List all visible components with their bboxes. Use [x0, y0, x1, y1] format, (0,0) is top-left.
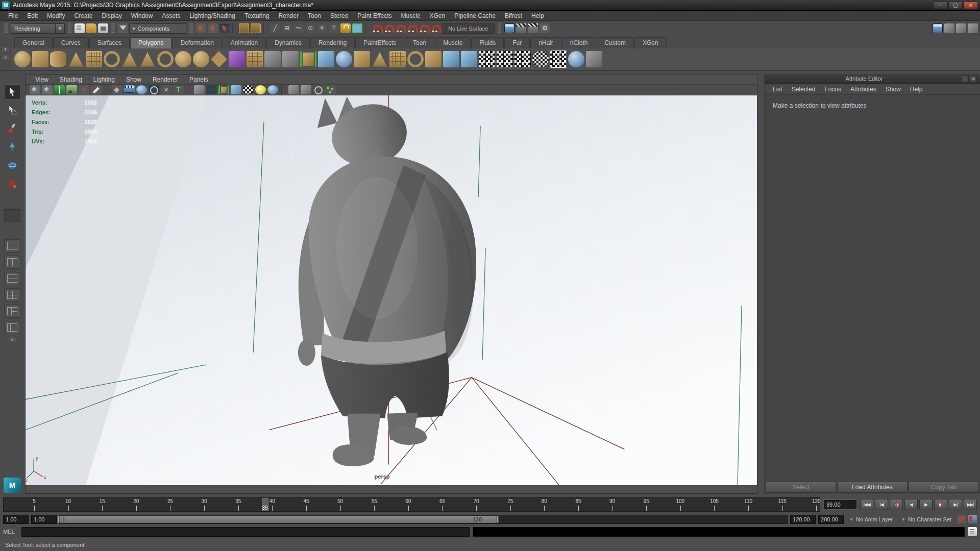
- xray-icon[interactable]: [301, 85, 311, 94]
- shelf-tab-custom[interactable]: Custom: [597, 37, 634, 48]
- film-gate-icon[interactable]: [112, 85, 122, 94]
- lines-mask-icon[interactable]: ╱: [270, 23, 280, 33]
- polygon-pyramid-icon[interactable]: [139, 51, 156, 67]
- select-by-component-icon[interactable]: [219, 23, 230, 33]
- faces-component-toggle[interactable]: [251, 23, 261, 33]
- polygon-sphere-icon[interactable]: [14, 51, 31, 67]
- highlight-selection-icon[interactable]: [352, 23, 362, 33]
- menu-bifrost[interactable]: Bifrost: [501, 11, 526, 20]
- 3d-scene[interactable]: persp y x z: [26, 95, 757, 485]
- reduce-icon[interactable]: [354, 51, 370, 67]
- time-slider-track[interactable]: 39 5101520253035404550556065707580859095…: [3, 497, 820, 512]
- copy-tab-button[interactable]: Copy Tab: [909, 482, 979, 493]
- polygon-prism-icon[interactable]: [121, 51, 138, 67]
- group-grip[interactable]: [68, 23, 71, 34]
- polygon-platonic-icon[interactable]: [211, 51, 227, 67]
- polygon-cone-icon[interactable]: [68, 51, 84, 67]
- go-to-start-button[interactable]: |◀◀: [860, 499, 873, 510]
- menu-file[interactable]: File: [4, 11, 22, 20]
- safe-title-icon[interactable]: [173, 85, 184, 94]
- shelf-item-menu-icon[interactable]: ▾: [2, 55, 9, 60]
- paint-selection-tool[interactable]: [4, 121, 20, 136]
- textured-icon[interactable]: [218, 85, 229, 94]
- select-tool[interactable]: [4, 84, 20, 99]
- gate-mask-icon[interactable]: [136, 85, 147, 94]
- lights-icon[interactable]: [255, 85, 266, 94]
- shelf-tab-surfaces[interactable]: Surfaces: [89, 37, 130, 48]
- menu-set-selector[interactable]: Rendering ▼: [11, 23, 65, 34]
- exposure-icon[interactable]: [313, 85, 324, 94]
- range-start-handle[interactable]: [57, 516, 60, 523]
- safe-action-icon[interactable]: [161, 85, 172, 94]
- step-back-key-button[interactable]: ◀: [890, 499, 903, 510]
- use-default-material-icon[interactable]: [231, 85, 241, 94]
- go-to-end-button[interactable]: ▶▶|: [964, 499, 977, 510]
- menu-help[interactable]: Help: [527, 11, 548, 20]
- polygon-cube-icon[interactable]: [32, 51, 48, 67]
- shelf-tab-painteffects[interactable]: PaintEffects: [355, 37, 404, 48]
- image-plane-icon[interactable]: [66, 85, 77, 94]
- camera-attributes-icon[interactable]: [42, 85, 53, 94]
- construction-history-icon[interactable]: [504, 23, 514, 33]
- snap-to-point-icon[interactable]: [395, 23, 405, 33]
- lock-selection-icon[interactable]: [340, 23, 351, 33]
- menu-assets[interactable]: Assets: [158, 11, 184, 20]
- animation-start-field[interactable]: [3, 515, 29, 524]
- uv-cylindrical-icon[interactable]: [514, 51, 531, 67]
- script-editor-icon[interactable]: [968, 527, 977, 536]
- move-tool[interactable]: [4, 139, 20, 155]
- select-button[interactable]: Select: [766, 482, 836, 493]
- interactive-creation-icon[interactable]: [229, 51, 245, 67]
- step-forward-frame-button[interactable]: ▶|: [949, 499, 962, 510]
- polygon-plane-icon[interactable]: [86, 51, 102, 67]
- layout-two-panes-stacked-button[interactable]: [4, 272, 20, 285]
- make-live-icon[interactable]: [430, 23, 440, 33]
- current-time-field[interactable]: [823, 499, 857, 510]
- last-tool-slot[interactable]: [4, 209, 20, 222]
- shelf-tab-nhair[interactable]: nHair: [530, 37, 561, 48]
- render-settings-icon[interactable]: [540, 23, 550, 33]
- shelf-tab-animation[interactable]: Animation: [223, 37, 266, 48]
- shelf-tab-menu-icon[interactable]: ▾: [2, 47, 9, 52]
- menu-stereo[interactable]: Stereo: [326, 11, 352, 20]
- new-scene-icon[interactable]: [75, 23, 85, 33]
- group-grip[interactable]: [4, 23, 8, 34]
- current-frame-marker[interactable]: 39: [262, 498, 268, 511]
- character-set-selector[interactable]: ▼ No Character Set: [898, 515, 954, 524]
- uv-editor-icon[interactable]: [550, 51, 567, 67]
- shelf-tab-fluids[interactable]: Fluids: [471, 37, 504, 48]
- viewport-canvas[interactable]: persp y x z Verts:1522Edges:3146Faces:16…: [26, 95, 757, 493]
- menu-muscle[interactable]: Muscle: [397, 11, 425, 20]
- append-polygon-icon[interactable]: [425, 51, 442, 67]
- ae-menu-list[interactable]: List: [769, 85, 787, 94]
- points-component-toggle[interactable]: [239, 23, 249, 33]
- 2d-pan-zoom-icon[interactable]: [79, 85, 89, 94]
- step-forward-key-button[interactable]: ▶: [934, 499, 947, 510]
- fill-hole-icon[interactable]: [407, 51, 424, 67]
- panel-close-icon[interactable]: ✕: [970, 76, 977, 82]
- normals-icon[interactable]: [568, 51, 584, 67]
- command-line-mode-label[interactable]: MEL: [3, 529, 18, 535]
- group-grip[interactable]: [111, 23, 115, 34]
- polygon-pipe-icon[interactable]: [157, 51, 174, 67]
- panel-menu-lighting[interactable]: Lighting: [89, 75, 119, 84]
- menu-window[interactable]: Window: [127, 11, 157, 20]
- layout-more-icon[interactable]: ▾: [9, 337, 16, 342]
- boolean-union-icon[interactable]: [318, 51, 334, 67]
- load-attributes-button[interactable]: Load Attributes: [837, 482, 908, 493]
- shelf-tab-deformation[interactable]: Deformation: [172, 37, 222, 48]
- select-by-object-icon[interactable]: [208, 23, 218, 33]
- playback-end-field[interactable]: [790, 515, 816, 524]
- field-chart-icon[interactable]: [149, 85, 159, 94]
- play-backwards-button[interactable]: ◀: [904, 499, 918, 510]
- panel-menu-view[interactable]: View: [31, 75, 53, 84]
- menu-lighting-shading[interactable]: Lighting/Shading: [185, 11, 239, 20]
- playback-range-bar[interactable]: 1 120: [60, 516, 496, 523]
- ae-menu-help[interactable]: Help: [906, 85, 927, 94]
- panel-menu-show[interactable]: Show: [121, 75, 146, 84]
- shelf-tab-rendering[interactable]: Rendering: [310, 37, 355, 48]
- menu-display[interactable]: Display: [97, 11, 126, 20]
- grease-pencil-icon[interactable]: [91, 85, 102, 94]
- shelf-tab-xgen[interactable]: XGen: [634, 37, 667, 48]
- close-button[interactable]: ✕: [964, 2, 978, 9]
